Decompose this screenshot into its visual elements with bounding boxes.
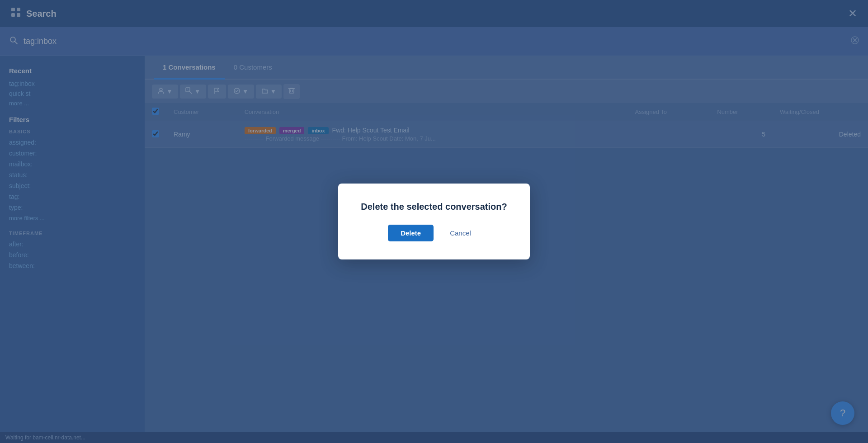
modal-title: Delete the selected conversation?: [361, 202, 507, 212]
modal-overlay: Delete the selected conversation? Delete…: [0, 0, 868, 443]
modal-actions: Delete Cancel: [361, 225, 507, 241]
delete-modal: Delete the selected conversation? Delete…: [338, 184, 529, 259]
modal-delete-button[interactable]: Delete: [388, 225, 434, 241]
modal-cancel-button[interactable]: Cancel: [441, 225, 480, 241]
